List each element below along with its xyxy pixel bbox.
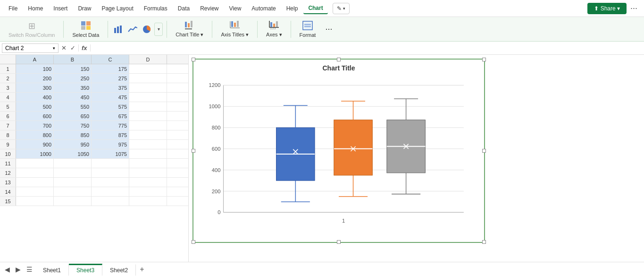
cell-5-d[interactable] xyxy=(129,102,167,111)
more-options-button[interactable]: ··· xyxy=(627,1,640,15)
handle-middle-right[interactable] xyxy=(482,149,486,153)
axis-titles-button[interactable]: Axis Titles ▾ xyxy=(216,18,253,40)
formula-input[interactable] xyxy=(92,45,642,52)
cell-14-c[interactable] xyxy=(92,187,129,196)
add-sheet-button[interactable]: + xyxy=(136,263,148,276)
cell-3-b[interactable]: 350 xyxy=(54,83,92,92)
handle-bottom-left[interactable] xyxy=(192,240,195,244)
cell-14-a[interactable] xyxy=(16,187,54,196)
cell-11-a[interactable] xyxy=(16,159,54,168)
menu-automate[interactable]: Automate xyxy=(247,3,280,14)
cell-9-b[interactable]: 950 xyxy=(54,140,92,149)
cell-15-a[interactable] xyxy=(16,197,54,206)
share-button[interactable]: ⬆ Share ▾ xyxy=(587,3,627,14)
cell-10-b[interactable]: 1050 xyxy=(54,149,92,158)
cell-5-a[interactable]: 500 xyxy=(16,102,54,111)
cell-2-d[interactable] xyxy=(129,74,167,83)
cell-8-c[interactable]: 875 xyxy=(92,130,129,139)
cell-11-c[interactable] xyxy=(92,159,129,168)
confirm-button[interactable]: ✓ xyxy=(69,43,76,52)
tab-menu-button[interactable]: ☰ xyxy=(24,264,35,275)
cell-14-d[interactable] xyxy=(129,187,167,196)
handle-top-left[interactable] xyxy=(192,58,195,61)
col-header-d[interactable]: D xyxy=(129,55,167,64)
cell-8-b[interactable]: 850 xyxy=(54,130,92,139)
cell-6-d[interactable] xyxy=(129,112,167,121)
cell-12-b[interactable] xyxy=(54,168,92,177)
cell-7-d[interactable] xyxy=(129,121,167,130)
tab-scroll-left-button[interactable]: ◀ xyxy=(2,264,13,275)
cell-15-c[interactable] xyxy=(92,197,129,206)
chart-container[interactable]: Chart Title 1200 1000 800 xyxy=(192,59,485,243)
menu-chart[interactable]: Chart xyxy=(303,3,327,14)
menu-file[interactable]: File xyxy=(4,3,22,14)
tab-scroll-right-button[interactable]: ▶ xyxy=(13,264,24,275)
col-header-a[interactable]: A xyxy=(16,55,54,64)
handle-middle-left[interactable] xyxy=(192,149,195,153)
handle-top-middle[interactable] xyxy=(337,58,341,61)
col-header-c[interactable]: C xyxy=(92,55,129,64)
cell-15-d[interactable] xyxy=(129,197,167,206)
menu-home[interactable]: Home xyxy=(23,3,48,14)
pie-chart-type-button[interactable] xyxy=(140,23,153,36)
cell-12-a[interactable] xyxy=(16,168,54,177)
cell-6-c[interactable]: 675 xyxy=(92,112,129,121)
cell-10-a[interactable]: 1000 xyxy=(16,149,54,158)
cell-11-b[interactable] xyxy=(54,159,92,168)
cell-9-c[interactable]: 975 xyxy=(92,140,129,149)
bar-chart-type-button[interactable] xyxy=(112,23,125,36)
axes-button[interactable]: 1 2 3 Axes ▾ xyxy=(261,18,287,40)
cell-2-c[interactable]: 275 xyxy=(92,74,129,83)
col-header-b[interactable]: B xyxy=(54,55,92,64)
format-button[interactable]: Format xyxy=(295,19,321,40)
switch-row-column-button[interactable]: ⊞ Switch Row/Column xyxy=(4,19,59,40)
cell-3-a[interactable]: 300 xyxy=(16,83,54,92)
menu-data[interactable]: Data xyxy=(173,3,194,14)
chart-type-dropdown-button[interactable]: ▾ xyxy=(154,23,163,36)
handle-top-right[interactable] xyxy=(482,58,486,61)
cell-4-d[interactable] xyxy=(129,93,167,102)
cell-13-c[interactable] xyxy=(92,178,129,187)
sheet-tab-sheet1[interactable]: Sheet1 xyxy=(35,264,69,276)
cell-1-c[interactable]: 175 xyxy=(92,64,129,73)
handle-bottom-right[interactable] xyxy=(482,240,486,244)
edit-button[interactable]: ✎ ▾ xyxy=(333,3,350,14)
chart-title-button[interactable]: ▬▬▬ Chart Title ▾ xyxy=(171,18,208,40)
cell-2-b[interactable]: 250 xyxy=(54,74,92,83)
select-data-button[interactable]: Select Data xyxy=(67,19,104,40)
cell-4-a[interactable]: 400 xyxy=(16,93,54,102)
cell-13-d[interactable] xyxy=(129,178,167,187)
cell-7-a[interactable]: 700 xyxy=(16,121,54,130)
cell-13-a[interactable] xyxy=(16,178,54,187)
cell-4-c[interactable]: 475 xyxy=(92,93,129,102)
cell-4-b[interactable]: 450 xyxy=(54,93,92,102)
menu-view[interactable]: View xyxy=(225,3,246,14)
cell-5-c[interactable]: 575 xyxy=(92,102,129,111)
cell-10-d[interactable] xyxy=(129,149,167,158)
cell-14-b[interactable] xyxy=(54,187,92,196)
cell-6-a[interactable]: 600 xyxy=(16,112,54,121)
cancel-button[interactable]: ✕ xyxy=(60,43,67,52)
cell-11-d[interactable] xyxy=(129,159,167,168)
menu-review[interactable]: Review xyxy=(195,3,223,14)
cell-8-a[interactable]: 800 xyxy=(16,130,54,139)
cell-9-d[interactable] xyxy=(129,140,167,149)
cell-1-d[interactable] xyxy=(129,64,167,73)
sheet-tab-sheet3[interactable]: Sheet3 xyxy=(69,264,102,276)
cell-15-b[interactable] xyxy=(54,197,92,206)
menu-draw[interactable]: Draw xyxy=(73,3,96,14)
handle-bottom-middle[interactable] xyxy=(337,240,341,244)
cell-1-a[interactable]: 100 xyxy=(16,64,54,73)
chart-title[interactable]: Chart Title xyxy=(198,64,479,72)
cell-10-c[interactable]: 1075 xyxy=(92,149,129,158)
cell-6-b[interactable]: 650 xyxy=(54,112,92,121)
cell-5-b[interactable]: 550 xyxy=(54,102,92,111)
ribbon-more-button[interactable]: ··· xyxy=(322,22,335,36)
menu-insert[interactable]: Insert xyxy=(49,3,72,14)
menu-help[interactable]: Help xyxy=(282,3,303,14)
cell-3-d[interactable] xyxy=(129,83,167,92)
menu-formulas[interactable]: Formulas xyxy=(139,3,172,14)
cell-1-b[interactable]: 150 xyxy=(54,64,92,73)
cell-7-b[interactable]: 750 xyxy=(54,121,92,130)
name-box[interactable]: Chart 2 ▾ xyxy=(2,43,59,53)
